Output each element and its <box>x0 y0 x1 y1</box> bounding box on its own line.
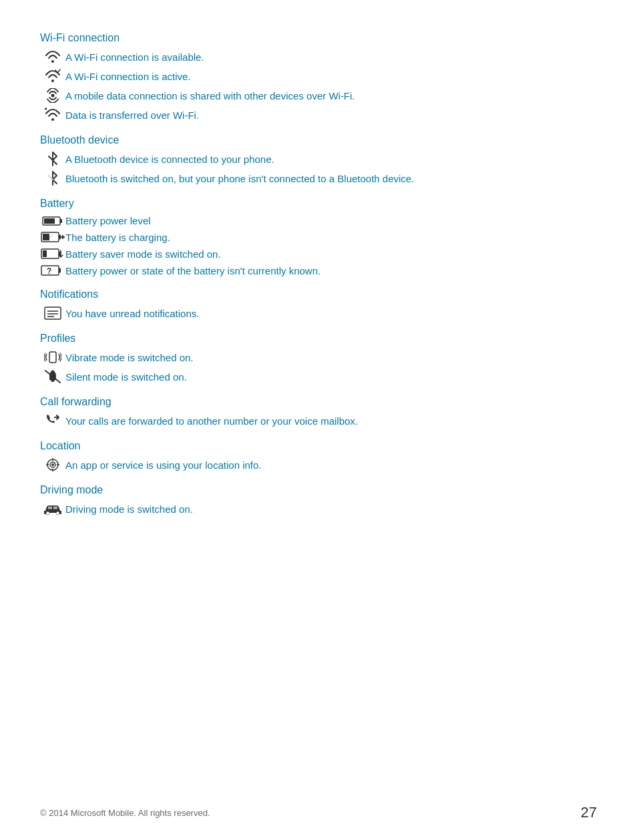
svg-point-3 <box>51 118 54 121</box>
silent-icon <box>40 369 65 384</box>
driving-icon <box>40 501 65 516</box>
copyright: © 2014 Microsoft Mobile. All rights rese… <box>40 808 210 818</box>
wifi-available-row: A Wi-Fi connection is available. <box>40 49 597 64</box>
wifi-transfer-icon <box>40 108 65 122</box>
wifi-shared-icon <box>40 88 65 103</box>
wifi-active-row: A Wi-Fi connection is active. <box>40 69 597 83</box>
wifi-available-icon <box>40 49 65 64</box>
svg-rect-31 <box>48 507 52 509</box>
vibrate-row: Vibrate mode is switched on. <box>40 350 597 365</box>
section-header-location: Location <box>40 440 597 452</box>
svg-point-1 <box>51 79 54 82</box>
svg-point-29 <box>46 511 49 515</box>
wifi-available-text: A Wi-Fi connection is available. <box>65 51 204 63</box>
svg-text:?: ? <box>47 266 51 276</box>
footer: © 2014 Microsoft Mobile. All rights rese… <box>40 804 597 821</box>
battery-charging-icon <box>40 231 65 243</box>
location-icon <box>40 457 65 472</box>
battery-saver-row: Battery saver mode is switched on. <box>40 248 597 260</box>
wifi-shared-text: A mobile data connection is shared with … <box>65 90 355 101</box>
svg-rect-20 <box>49 352 56 363</box>
svg-rect-9 <box>43 234 49 240</box>
battery-charging-row: The battery is charging. <box>40 231 597 243</box>
battery-saver-icon <box>40 248 65 260</box>
svg-rect-32 <box>53 507 57 509</box>
silent-text: Silent mode is switched on. <box>65 371 187 383</box>
svg-point-24 <box>51 463 54 466</box>
section-header-bluetooth: Bluetooth device <box>40 134 597 146</box>
svg-rect-14 <box>59 268 61 273</box>
wifi-active-text: A Wi-Fi connection is active. <box>65 71 191 82</box>
driving-on-row: Driving mode is switched on. <box>40 501 597 516</box>
vibrate-icon <box>40 350 65 365</box>
call-forward-text: Your calls are forwarded to another numb… <box>65 415 358 427</box>
svg-point-0 <box>51 60 54 63</box>
wifi-transfer-row: Data is transferred over Wi-Fi. <box>40 108 597 122</box>
section-header-profiles: Profiles <box>40 333 597 345</box>
page-content: Wi-Fi connection A Wi-Fi connection is a… <box>0 0 637 574</box>
notif-unread-text: You have unread notifications. <box>65 308 199 319</box>
battery-level-row: Battery power level <box>40 215 597 226</box>
battery-saver-text: Battery saver mode is switched on. <box>65 248 221 260</box>
svg-point-30 <box>56 511 59 515</box>
battery-level-icon <box>40 216 65 226</box>
section-header-drivingmode: Driving mode <box>40 484 597 496</box>
battery-level-text: Battery power level <box>65 215 151 226</box>
page-number: 27 <box>581 804 597 821</box>
location-active-row: An app or service is using your location… <box>40 457 597 472</box>
bt-connected-icon <box>40 152 65 166</box>
battery-unknown-icon: ? <box>40 264 65 276</box>
section-header-notifications: Notifications <box>40 288 597 300</box>
svg-rect-6 <box>44 218 55 224</box>
bt-connected-row: A Bluetooth device is connected to your … <box>40 152 597 166</box>
svg-rect-5 <box>60 219 62 223</box>
bt-on-icon <box>40 171 65 186</box>
wifi-transfer-text: Data is transferred over Wi-Fi. <box>65 110 199 121</box>
notification-icon <box>40 306 65 321</box>
call-forward-row: Your calls are forwarded to another numb… <box>40 413 597 428</box>
bt-connected-text: A Bluetooth device is connected to your … <box>65 154 274 165</box>
bt-on-row: Bluetooth is switched on, but your phone… <box>40 171 597 186</box>
battery-charging-text: The battery is charging. <box>65 232 170 243</box>
battery-unknown-text: Battery power or state of the battery is… <box>65 265 321 276</box>
silent-row: Silent mode is switched on. <box>40 369 597 384</box>
location-text: An app or service is using your location… <box>65 459 262 471</box>
wifi-active-icon <box>40 69 65 83</box>
battery-unknown-row: ? Battery power or state of the battery … <box>40 264 597 276</box>
section-header-battery: Battery <box>40 198 597 210</box>
svg-rect-8 <box>59 235 61 240</box>
wifi-shared-row: A mobile data connection is shared with … <box>40 88 597 103</box>
notif-unread-row: You have unread notifications. <box>40 306 597 321</box>
section-header-wifi: Wi-Fi connection <box>40 32 597 44</box>
call-forward-icon <box>40 413 65 428</box>
svg-rect-16 <box>45 307 61 319</box>
svg-point-2 <box>51 94 55 97</box>
bt-on-text: Bluetooth is switched on, but your phone… <box>65 173 414 184</box>
vibrate-text: Vibrate mode is switched on. <box>65 352 194 363</box>
driving-on-text: Driving mode is switched on. <box>65 503 193 515</box>
section-header-callforwarding: Call forwarding <box>40 396 597 408</box>
svg-rect-12 <box>43 250 47 257</box>
